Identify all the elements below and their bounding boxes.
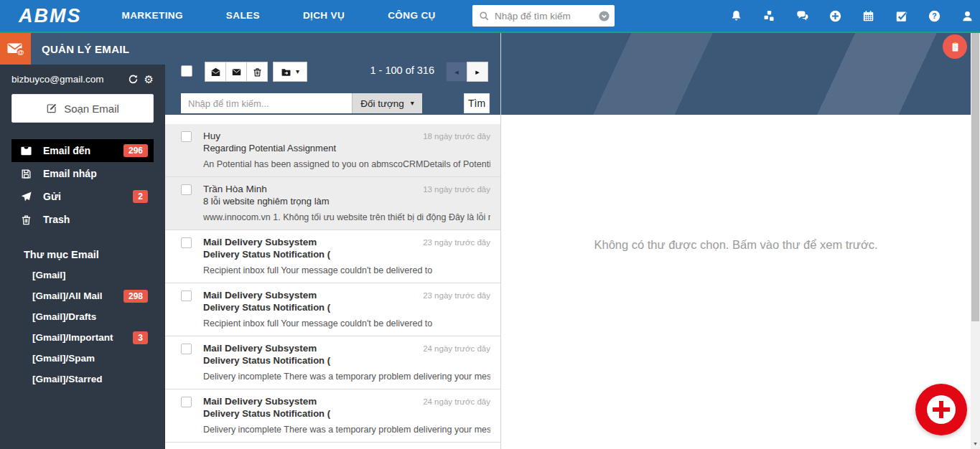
- email-list-item[interactable]: Trần Hòa Minh 13 ngày trước đây 8 lỗi we…: [165, 177, 500, 230]
- email-sidebar: bizbuyco@gmail.com ⚙ Soạn Email: [0, 65, 165, 449]
- folder-label: [Gmail]: [32, 270, 66, 280]
- email-checkbox[interactable]: [181, 131, 192, 142]
- email-checkbox[interactable]: [181, 397, 192, 407]
- mark-read-button[interactable]: [205, 62, 226, 82]
- delete-button[interactable]: [246, 62, 268, 82]
- send-icon: [20, 191, 32, 203]
- clipboard-fab-button[interactable]: [943, 34, 967, 59]
- email-sender: Huy: [203, 130, 417, 142]
- email-subject: Delivery Status Notification (: [203, 407, 490, 420]
- email-list-item[interactable]: Mail Delivery Subsystem 24 ngày trước đâ…: [165, 389, 500, 443]
- folder-label: [Gmail]/Starred: [32, 374, 103, 384]
- email-checkbox[interactable]: [181, 184, 192, 195]
- page-scrollbar[interactable]: ▾: [971, 33, 980, 449]
- email-preview: www.innocom.vn 1. Không tối ưu website t…: [203, 212, 490, 223]
- folder-item[interactable]: [Gmail]/Starred: [32, 369, 148, 389]
- folder-badge: 298: [123, 290, 148, 303]
- email-preview: An Potential has been assigned to you on…: [203, 159, 490, 170]
- search-scope-chevron-icon[interactable]: [598, 10, 610, 22]
- chevron-down-icon: ▾: [296, 68, 299, 75]
- email-checkbox[interactable]: [181, 344, 192, 354]
- pencil-square-icon: [46, 103, 57, 114]
- add-fab-button[interactable]: [915, 384, 967, 435]
- email-subject: 8 lỗi website nghiêm trọng làm: [203, 195, 490, 207]
- sidebar-item-sent[interactable]: Gửi 2: [11, 185, 154, 208]
- compose-label: Soạn Email: [64, 103, 119, 115]
- nav-cong-cu[interactable]: CÔNG CỤ: [366, 0, 457, 32]
- email-list-item[interactable]: Mail Delivery Subsystem 24 ngày trước đâ…: [165, 336, 500, 389]
- pager: ◂ ▸: [447, 62, 488, 82]
- svg-text:@: @: [17, 48, 24, 56]
- folder-list: [Gmail] [Gmail]/All Mail 298 [Gmail]/Dra…: [0, 265, 165, 389]
- folder-item[interactable]: [Gmail]/All Mail 298: [32, 285, 148, 306]
- clipboard-icon: [949, 41, 961, 53]
- email-list: Huy 18 ngày trước đây Regarding Potentia…: [165, 115, 500, 449]
- nav-dich-vu[interactable]: DỊCH VỤ: [281, 0, 366, 32]
- mark-read-icon: [210, 67, 221, 77]
- calendar-icon[interactable]: [862, 9, 875, 23]
- folder-item[interactable]: [Gmail]: [32, 265, 148, 285]
- email-sender: Mail Delivery Subsystem: [203, 342, 417, 354]
- user-icon[interactable]: [961, 9, 974, 23]
- email-management-app: ABMS MARKETING SALES DỊCH VỤ CÔNG CỤ: [0, 0, 980, 449]
- folder-item[interactable]: [Gmail]/Drafts: [32, 306, 148, 327]
- sidebar-item-label: Email nháp: [43, 168, 97, 179]
- compose-email-button[interactable]: Soạn Email: [11, 94, 154, 123]
- global-search-box[interactable]: [472, 5, 615, 27]
- cubes-icon[interactable]: [762, 9, 776, 23]
- email-subject: Regarding Potential Assignment: [203, 142, 490, 154]
- gear-icon[interactable]: ⚙: [144, 74, 154, 85]
- email-list-item[interactable]: Mail Delivery Subsystem 23 ngày trước đâ…: [165, 283, 500, 336]
- email-list-item[interactable]: Huy 18 ngày trước đây Regarding Potentia…: [165, 124, 500, 177]
- sidebar-item-trash[interactable]: Trash: [11, 208, 154, 231]
- folder-label: [Gmail]/Spam: [32, 353, 95, 364]
- abms-logo[interactable]: ABMS: [19, 0, 82, 32]
- refresh-icon[interactable]: [128, 74, 139, 85]
- scrollbar-down-arrow[interactable]: ▾: [971, 438, 980, 449]
- tasks-icon[interactable]: [895, 9, 908, 23]
- sidebar-item-drafts[interactable]: Email nháp: [11, 162, 154, 185]
- email-checkbox[interactable]: [181, 290, 192, 301]
- sidebar-item-inbox[interactable]: Email đến 296: [11, 139, 154, 162]
- empty-state-message: Không có thư được chọn. Bấm vào thư để x…: [501, 238, 971, 252]
- email-date: 18 ngày trước đây: [423, 132, 490, 141]
- help-icon[interactable]: ?: [928, 9, 941, 23]
- global-search-input[interactable]: [495, 11, 598, 22]
- search-submit-button[interactable]: Tìm: [464, 93, 490, 113]
- sidebar-menu: Email đến 296 Email nháp Gửi 2: [0, 139, 165, 231]
- folder-badge: 3: [133, 331, 148, 344]
- plus-circle-icon[interactable]: [829, 9, 842, 23]
- select-all-checkbox[interactable]: [181, 65, 192, 77]
- email-list-item[interactable]: Mail Delivery Subsystem 25 ngày trước đâ…: [165, 443, 500, 449]
- prev-page-button[interactable]: ◂: [446, 62, 467, 82]
- chat-icon[interactable]: [795, 9, 809, 23]
- svg-text:?: ?: [932, 11, 937, 20]
- sidebar-item-label: Gửi: [43, 191, 61, 202]
- email-date: 24 ngày trước đây: [423, 397, 490, 406]
- mark-unread-button[interactable]: [225, 62, 247, 82]
- folder-item[interactable]: [Gmail]/Spam: [32, 348, 148, 369]
- move-folder-button[interactable]: ▾: [273, 62, 307, 82]
- navbar-icons: ?: [729, 0, 974, 32]
- pagination-status: 1 - 100 of 316: [370, 65, 435, 76]
- list-search-input[interactable]: [181, 93, 352, 113]
- scrollbar-thumb[interactable]: [971, 33, 979, 321]
- account-row: bizbuyco@gmail.com ⚙: [11, 74, 154, 85]
- folders-header: Thư mục Email: [24, 249, 165, 260]
- folder-item[interactable]: [Gmail]/Important 3: [32, 327, 148, 348]
- email-preview: Delivery incomplete There was a temporar…: [203, 372, 490, 382]
- module-header: @ QUẢN LÝ EMAIL: [0, 33, 129, 65]
- delete-icon: [252, 67, 263, 77]
- next-page-button[interactable]: ▸: [467, 62, 488, 82]
- email-list-item[interactable]: Mail Delivery Subsystem 23 ngày trước đâ…: [165, 230, 500, 283]
- search-field-dropdown[interactable]: Đối tượng ▾: [352, 93, 422, 113]
- email-checkbox[interactable]: [181, 237, 192, 248]
- bell-icon[interactable]: [729, 9, 743, 23]
- envelope-at-icon: @: [6, 40, 25, 57]
- drafts-icon: [20, 168, 32, 180]
- nav-sales[interactable]: SALES: [205, 0, 281, 32]
- nav-marketing[interactable]: MARKETING: [101, 0, 205, 32]
- list-toolbar: ▾ 1 - 100 of 316 ◂ ▸: [165, 62, 500, 82]
- email-date: 24 ngày trước đây: [423, 344, 490, 353]
- move-folder-icon: [281, 67, 291, 77]
